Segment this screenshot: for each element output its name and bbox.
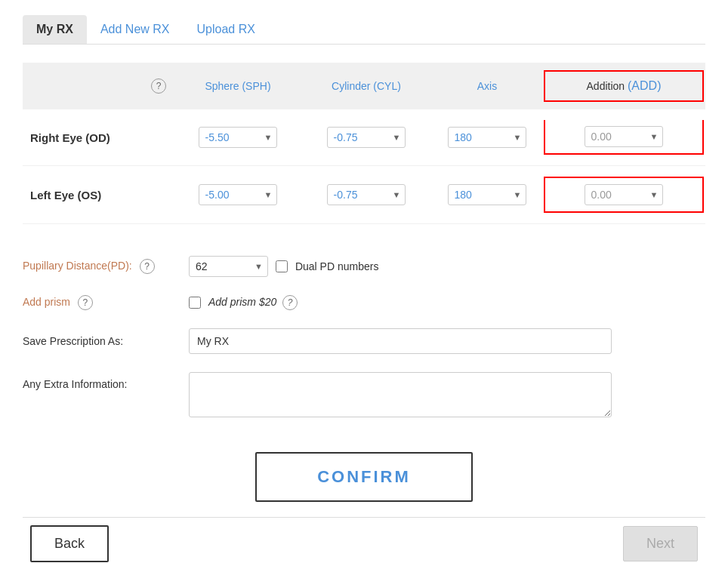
left-eye-sphere-arrow: ▼ (260, 190, 277, 199)
tab-upload-rx[interactable]: Upload RX (184, 15, 269, 44)
right-eye-cylinder-arrow: ▼ (388, 133, 406, 142)
extra-info-textarea[interactable] (189, 372, 612, 417)
right-eye-addition-arrow: ▼ (646, 132, 663, 141)
right-eye-axis-arrow: ▼ (509, 133, 526, 142)
right-eye-cylinder-select[interactable]: -0.75 -0.50 -0.25 (328, 128, 388, 147)
addition-abbr: (ADD) (628, 79, 661, 92)
cylinder-label: Cylinder (332, 80, 373, 92)
pd-select-wrapper: 62 60 64 ▼ (189, 256, 268, 277)
axis-label: Axis (477, 80, 497, 92)
left-eye-axis-select[interactable]: 180 170 160 (449, 185, 509, 205)
right-eye-cylinder: -0.75 -0.50 -0.25 ▼ (302, 127, 430, 148)
left-eye-sphere: -5.00 -4.75 -5.25 ▼ (174, 184, 302, 205)
page-container: My RX Add New RX Upload RX ? Sphere (SPH… (0, 0, 728, 563)
sphere-abbr: (SPH) (242, 80, 270, 92)
left-eye-axis-arrow: ▼ (509, 190, 526, 199)
tab-my-rx[interactable]: My RX (23, 15, 87, 44)
left-eye-label: Left Eye (OS) (23, 189, 143, 202)
right-eye-sphere-arrow: ▼ (260, 133, 277, 142)
header-addition: Addition (ADD) (544, 70, 704, 102)
left-eye-cylinder-select-wrapper: -0.75 -0.50 -0.25 ▼ (327, 184, 406, 205)
right-eye-axis: 180 170 160 ▼ (430, 127, 544, 148)
save-prescription-controls (189, 328, 612, 354)
left-eye-sphere-select-wrapper: -5.00 -4.75 -5.25 ▼ (199, 184, 278, 205)
add-prism-help-icon[interactable]: ? (78, 295, 93, 310)
extra-info-label: Any Extra Information: (23, 372, 189, 390)
left-eye-row: Left Eye (OS) -5.00 -4.75 -5.25 ▼ -0.75 … (23, 166, 705, 224)
next-button: Next (623, 526, 698, 561)
right-eye-addition-select-wrapper: 0.00 0.25 0.50 ▼ (585, 126, 664, 147)
left-eye-axis: 180 170 160 ▼ (430, 184, 544, 205)
pd-select[interactable]: 62 60 64 (190, 257, 250, 276)
right-eye-axis-select[interactable]: 180 170 160 (449, 128, 509, 147)
form-section: Pupillary Distance(PD): ? 62 60 64 ▼ Dua… (23, 239, 705, 434)
left-eye-cylinder: -0.75 -0.50 -0.25 ▼ (302, 184, 430, 205)
dual-pd-checkbox[interactable] (276, 260, 288, 272)
right-eye-sphere-select-wrapper: -5.50 -5.25 -5.00 ▼ (199, 127, 278, 148)
tab-add-new-rx[interactable]: Add New RX (87, 15, 184, 44)
save-prescription-row: Save Prescription As: (23, 319, 705, 363)
header-axis: Axis (430, 80, 544, 92)
sphere-label: Sphere (205, 80, 242, 92)
save-prescription-input[interactable] (189, 328, 612, 354)
pd-controls: 62 60 64 ▼ Dual PD numbers (189, 256, 378, 277)
right-eye-addition: 0.00 0.25 0.50 ▼ (544, 120, 704, 155)
prism-controls: Add prism $20 ? (189, 295, 298, 310)
rx-table: ? Sphere (SPH) Cylinder (CYL) Axis Addit… (23, 63, 705, 224)
left-eye-addition-select[interactable]: 0.00 0.25 0.50 (585, 185, 646, 205)
pd-row: Pupillary Distance(PD): ? 62 60 64 ▼ Dua… (23, 247, 705, 286)
header-cylinder: Cylinder (CYL) (302, 80, 430, 92)
right-eye-row: Right Eye (OD) -5.50 -5.25 -5.00 ▼ -0.75… (23, 109, 705, 166)
table-header: ? Sphere (SPH) Cylinder (CYL) Axis Addit… (23, 63, 705, 109)
right-eye-label: Right Eye (OD) (23, 131, 143, 144)
pd-label: Pupillary Distance(PD): ? (23, 259, 189, 274)
header-help-icon[interactable]: ? (151, 78, 166, 94)
left-eye-addition: 0.00 0.25 0.50 ▼ (544, 177, 704, 213)
tabs-bar: My RX Add New RX Upload RX (23, 15, 705, 45)
add-prism-checkbox[interactable] (189, 297, 201, 309)
right-eye-sphere-select[interactable]: -5.50 -5.25 -5.00 (199, 128, 260, 147)
add-prism-checkbox-label-text: Add prism $20 (208, 296, 276, 308)
extra-info-controls (189, 372, 612, 417)
addition-label: Addition (587, 80, 628, 92)
confirm-btn-wrapper: CONFIRM (23, 452, 705, 502)
left-eye-addition-arrow: ▼ (646, 190, 663, 199)
cylinder-abbr: (CYL) (373, 80, 401, 92)
header-sphere: Sphere (SPH) (174, 80, 302, 92)
right-eye-cylinder-select-wrapper: -0.75 -0.50 -0.25 ▼ (327, 127, 406, 148)
right-eye-addition-select[interactable]: 0.00 0.25 0.50 (585, 127, 646, 146)
add-prism-checkbox-label: Add prism $20 ? (208, 295, 298, 310)
left-eye-sphere-select[interactable]: -5.00 -4.75 -5.25 (199, 185, 260, 205)
back-button[interactable]: Back (30, 525, 109, 562)
left-eye-addition-select-wrapper: 0.00 0.25 0.50 ▼ (585, 184, 664, 205)
add-prism-label: Add prism ? (23, 295, 189, 310)
pd-help-icon[interactable]: ? (140, 259, 155, 274)
left-eye-axis-select-wrapper: 180 170 160 ▼ (448, 184, 527, 205)
pd-label-text: Pupillary Distance(PD): (23, 260, 132, 272)
right-eye-axis-select-wrapper: 180 170 160 ▼ (448, 127, 527, 148)
right-eye-sphere: -5.50 -5.25 -5.00 ▼ (174, 127, 302, 148)
extra-info-row: Any Extra Information: (23, 363, 705, 426)
prism-cost-help-icon[interactable]: ? (282, 295, 298, 310)
pd-select-arrow: ▼ (250, 262, 267, 271)
add-prism-row: Add prism ? Add prism $20 ? (23, 286, 705, 319)
header-help-col: ? (143, 78, 174, 94)
bottom-nav: Back Next (23, 517, 705, 563)
dual-pd-label: Dual PD numbers (295, 260, 379, 272)
add-prism-label-text: Add prism (23, 296, 70, 308)
left-eye-cylinder-arrow: ▼ (388, 190, 406, 199)
confirm-button[interactable]: CONFIRM (255, 452, 473, 502)
save-prescription-label: Save Prescription As: (23, 335, 189, 347)
left-eye-cylinder-select[interactable]: -0.75 -0.50 -0.25 (328, 185, 388, 205)
